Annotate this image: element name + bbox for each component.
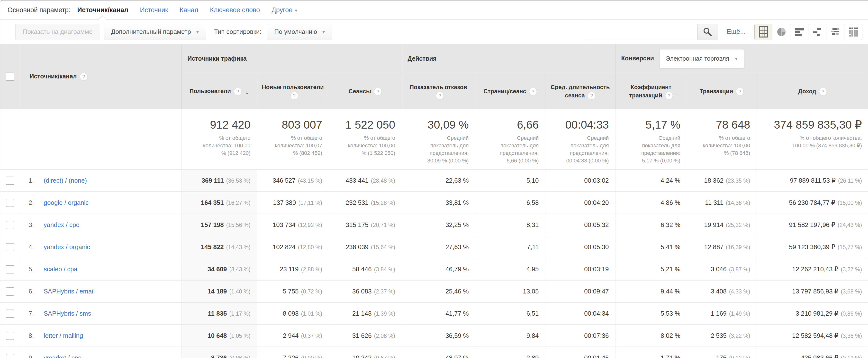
- row-checkbox[interactable]: [6, 332, 14, 340]
- help-icon[interactable]: ?: [290, 92, 298, 100]
- pivot-icon: [848, 27, 859, 37]
- bounce-rate-cell: 41,77 %: [402, 302, 475, 325]
- row-checkbox[interactable]: [6, 199, 14, 207]
- table-view-button[interactable]: [754, 24, 772, 40]
- source-medium-link[interactable]: SAPHybris / email: [44, 287, 95, 295]
- percent-of-total: (0,67 %): [374, 355, 395, 358]
- percent-of-total: (0,37 %): [301, 333, 322, 339]
- row-index: 4.: [29, 243, 40, 251]
- sort-desc-icon: ↓: [245, 87, 249, 96]
- source-medium-link[interactable]: ymarket / cpc: [44, 354, 82, 358]
- row-checkbox[interactable]: [6, 354, 14, 358]
- help-icon[interactable]: ?: [529, 88, 537, 95]
- users-cell: 145 822(14,43 %): [182, 236, 257, 258]
- row-checkbox-cell: [0, 214, 20, 236]
- help-icon[interactable]: ?: [80, 73, 88, 81]
- tab-other[interactable]: Другое▾: [272, 6, 297, 14]
- select-all-checkbox[interactable]: [6, 73, 14, 81]
- conversion-goal-dropdown[interactable]: Электронная торговля▾: [659, 49, 744, 68]
- column-header-pages-per-session[interactable]: Страниц/сеанс?: [475, 73, 545, 110]
- help-icon[interactable]: ?: [736, 88, 744, 95]
- totals-transactions: 78 648% от общего количества: 100,00 % (…: [687, 109, 756, 169]
- source-medium-link[interactable]: google / organic: [44, 199, 89, 206]
- pages-per-session-cell: 2,89: [475, 347, 545, 358]
- percentage-view-button[interactable]: [772, 24, 790, 40]
- help-icon[interactable]: ?: [374, 88, 382, 95]
- table-row: 7.SAPHybris / sms 11 835(1,17 %) 8 093(1…: [0, 302, 868, 325]
- row-checkbox-cell: [0, 325, 20, 347]
- percent-of-total: (1,39 %): [374, 310, 395, 317]
- new-users-cell: 5 755(0,72 %): [257, 280, 329, 302]
- row-checkbox[interactable]: [6, 221, 14, 229]
- column-header-transaction-rate[interactable]: Коэффициент транзакций?: [615, 73, 687, 110]
- row-checkbox[interactable]: [6, 287, 14, 296]
- search-input[interactable]: [584, 24, 697, 40]
- source-medium-link[interactable]: yandex / cpc: [44, 221, 79, 228]
- sort-type-dropdown[interactable]: По умолчанию▾: [267, 24, 333, 40]
- column-header-bounce-rate[interactable]: Показатель отказов?: [402, 73, 475, 110]
- row-dimension-cell: 1.(direct) / (none): [20, 169, 182, 192]
- source-medium-link[interactable]: yandex / organic: [44, 243, 90, 251]
- table-row: 8.letter / mailing 10 648(1,05 %) 2 944(…: [0, 325, 868, 347]
- revenue-cell: 3 210 981,29 ₽(0,86 %): [756, 302, 868, 325]
- column-header-sessions[interactable]: Сеансы?: [329, 73, 402, 110]
- source-medium-link[interactable]: scaleo / cpa: [44, 266, 78, 273]
- avg-session-duration-cell: 00:04:20: [545, 192, 615, 214]
- avg-session-duration-cell: 00:05:30: [545, 236, 615, 258]
- row-index: 5.: [29, 266, 40, 273]
- new-users-cell: 103 734(12,92 %): [257, 214, 329, 236]
- transactions-cell: 3 046(3,87 %): [687, 258, 756, 280]
- row-checkbox[interactable]: [6, 265, 14, 274]
- comparison-view-button[interactable]: [808, 24, 827, 40]
- performance-view-button[interactable]: [790, 24, 808, 40]
- plot-rows-button[interactable]: Показать на диаграмме: [15, 24, 100, 40]
- new-users-cell: 23 119(2,88 %): [257, 258, 329, 280]
- help-icon[interactable]: ?: [234, 88, 242, 95]
- revenue-cell: 13 797 856,93 ₽(3,68 %): [756, 280, 868, 302]
- secondary-dimension-button[interactable]: Дополнительный параметр▾: [104, 24, 206, 40]
- avg-session-duration-cell: 00:07:36: [545, 325, 615, 347]
- advanced-search-link[interactable]: Ещё...: [727, 28, 746, 35]
- help-icon[interactable]: ?: [588, 92, 595, 100]
- percent-of-total: (0,22 %): [729, 355, 750, 358]
- pivot-view-button[interactable]: [844, 24, 862, 40]
- help-icon[interactable]: ?: [819, 88, 827, 95]
- column-header-transactions[interactable]: Транзакции?: [687, 73, 756, 110]
- totals-sessions: 1 522 050% от общего количества: 100,00 …: [329, 109, 402, 169]
- transactions-cell: 1 169(1,49 %): [687, 302, 756, 325]
- bounce-rate-cell: 25,46 %: [402, 280, 475, 302]
- source-medium-link[interactable]: SAPHybris / sms: [44, 310, 91, 317]
- column-header-new-users[interactable]: Новые пользователи?: [257, 73, 329, 110]
- help-icon[interactable]: ?: [436, 92, 444, 100]
- percent-of-total: (3,27 %): [841, 266, 862, 273]
- source-medium-link[interactable]: (direct) / (none): [44, 177, 87, 184]
- source-medium-link[interactable]: letter / mailing: [44, 332, 83, 339]
- avg-session-duration-cell: 00:09:47: [545, 280, 615, 302]
- column-header-avg-session-duration[interactable]: Сред. длительность сеанса?: [545, 73, 615, 110]
- tab-source-medium[interactable]: Источник/канал: [78, 6, 128, 14]
- tab-source[interactable]: Источник: [140, 6, 168, 14]
- percent-of-total: (15,77 %): [838, 244, 862, 250]
- percent-of-total: (3,84 %): [374, 266, 395, 273]
- new-users-cell: 346 527(43,15 %): [257, 169, 329, 192]
- row-checkbox[interactable]: [6, 176, 14, 185]
- percent-of-total: (1,40 %): [229, 288, 251, 295]
- term-cloud-view-button[interactable]: [827, 24, 844, 40]
- column-header-revenue[interactable]: Доход?: [756, 73, 868, 110]
- sessions-cell: 10 242(0,67 %): [329, 347, 402, 358]
- help-icon[interactable]: ?: [665, 92, 673, 100]
- row-checkbox[interactable]: [6, 243, 14, 251]
- transactions-cell: 18 362(23,35 %): [687, 169, 756, 192]
- avg-session-duration-cell: 00:04:34: [545, 302, 615, 325]
- row-checkbox[interactable]: [6, 309, 14, 318]
- revenue-cell: 59 123 380,39 ₽(15,77 %): [756, 236, 868, 258]
- users-cell: 11 835(1,17 %): [182, 302, 257, 325]
- tab-keyword[interactable]: Ключевое слово: [210, 6, 260, 14]
- row-checkbox-cell: [0, 302, 20, 325]
- transaction-rate-cell: 1,71 %: [615, 347, 687, 358]
- tab-medium[interactable]: Канал: [180, 6, 198, 14]
- percent-of-total: (0,12 %): [841, 355, 862, 358]
- dimension-column-header[interactable]: Источник/канал?: [20, 44, 182, 110]
- column-header-users[interactable]: Пользователи?↓: [182, 73, 257, 110]
- search-button[interactable]: [697, 24, 718, 40]
